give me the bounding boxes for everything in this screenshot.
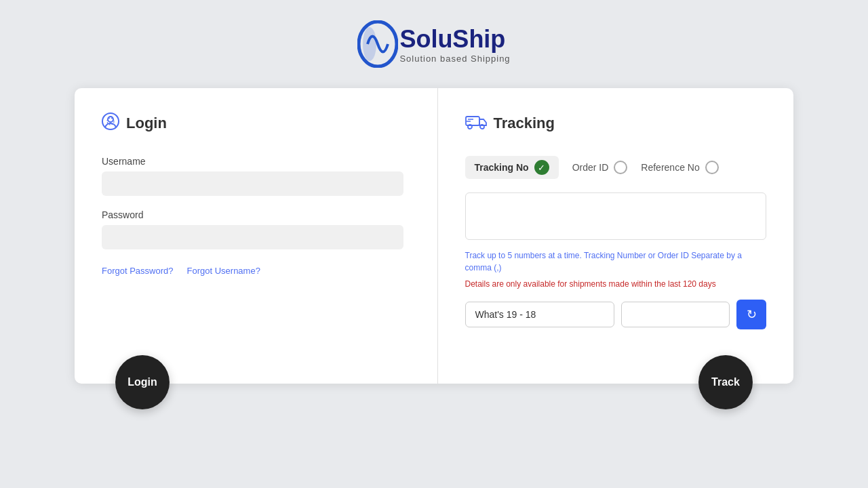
- radio-circle-order: [614, 161, 627, 174]
- tracking-panel: Tracking Tracking No ✓ Order ID Referenc…: [438, 88, 794, 384]
- logo-text-group: SoluShip Solution based Shipping: [399, 25, 510, 64]
- captcha-row: ↻: [465, 300, 767, 329]
- svg-point-3: [108, 117, 113, 122]
- user-icon: [102, 113, 119, 134]
- truck-icon: [465, 113, 487, 134]
- radio-circle-reference: [705, 161, 719, 174]
- tracking-warning: Details are only available for shipments…: [465, 279, 767, 289]
- logo-container: SoluShip Solution based Shipping: [357, 20, 510, 68]
- order-id-label: Order ID: [572, 162, 609, 173]
- svg-point-1: [363, 27, 376, 61]
- logo-title: SoluShip: [399, 25, 510, 54]
- tracking-panel-title: Tracking: [465, 113, 767, 134]
- refresh-icon: ↻: [747, 307, 757, 322]
- tracking-textarea[interactable]: [465, 192, 767, 240]
- bottom-buttons: Login Track: [75, 355, 793, 409]
- tracking-no-label: Tracking No: [475, 162, 529, 173]
- tracking-hint: Track up to 5 numbers at a time. Trackin…: [465, 249, 767, 274]
- captcha-display: [465, 302, 615, 327]
- radio-reference-no[interactable]: Reference No: [641, 161, 718, 174]
- svg-point-7: [480, 125, 484, 129]
- login-title: Login: [126, 115, 167, 132]
- username-label: Username: [102, 156, 403, 167]
- main-card: Login Username Password Forgot Password?…: [75, 88, 793, 384]
- login-panel-title: Login: [102, 113, 403, 134]
- svg-point-6: [468, 125, 472, 129]
- radio-order-id[interactable]: Order ID: [572, 161, 628, 174]
- captcha-answer-input[interactable]: [621, 302, 730, 327]
- forgot-username-link[interactable]: Forgot Username?: [187, 266, 260, 276]
- password-label: Password: [102, 209, 403, 220]
- tracking-title: Tracking: [494, 115, 555, 132]
- reference-no-label: Reference No: [641, 162, 699, 173]
- track-button[interactable]: Track: [698, 355, 753, 409]
- tracking-radio-group: Tracking No ✓ Order ID Reference No: [465, 156, 767, 179]
- check-circle-icon: ✓: [534, 160, 549, 175]
- login-panel: Login Username Password Forgot Password?…: [75, 88, 438, 384]
- captcha-refresh-button[interactable]: ↻: [736, 300, 766, 329]
- login-button[interactable]: Login: [115, 355, 170, 409]
- forgot-password-link[interactable]: Forgot Password?: [102, 266, 174, 276]
- logo-subtitle: Solution based Shipping: [399, 54, 510, 64]
- radio-tracking-no[interactable]: Tracking No ✓: [465, 156, 559, 179]
- logo-icon: [357, 20, 398, 68]
- logo-area: SoluShip Solution based Shipping: [357, 20, 510, 68]
- username-input[interactable]: [102, 171, 403, 196]
- password-input[interactable]: [102, 225, 403, 249]
- form-links: Forgot Password? Forgot Username?: [102, 266, 403, 276]
